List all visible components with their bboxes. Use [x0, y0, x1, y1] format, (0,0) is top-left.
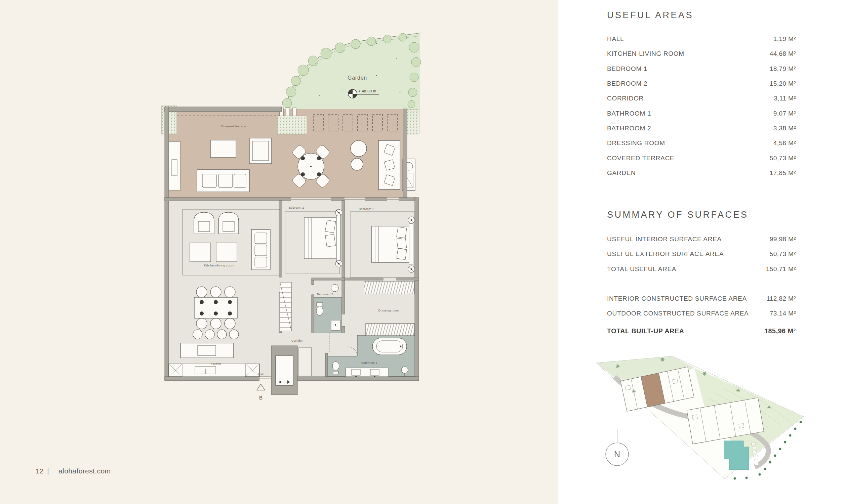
- level-label: + 48,00 m: [358, 89, 376, 93]
- table-row: GARDEN17,85 M²: [607, 166, 796, 180]
- row-value: 17,85 M²: [770, 169, 796, 177]
- hall-label: Hall: [258, 373, 264, 376]
- page-footer: 12 | alohaforest.com: [36, 467, 110, 475]
- page-number: 12: [36, 467, 44, 475]
- row-label: USEFUL EXTERIOR SURFACE AREA: [607, 250, 724, 258]
- row-label: CORRIDOR: [607, 95, 644, 102]
- row-label: BATHROOM 2: [607, 125, 651, 132]
- terrace-lounge-sofa: [378, 141, 400, 190]
- row-label: OUTDOOR CONSTRUCTED SURFACE AREA: [607, 310, 748, 317]
- linen-closet: [280, 282, 292, 331]
- row-value: 1,19 M²: [773, 35, 796, 43]
- table-row: BEDROOM 215,20 M²: [607, 76, 796, 91]
- garden-label: Garden: [348, 75, 367, 80]
- bedroom2-label: Bedroom 2: [289, 206, 304, 209]
- table-row: USEFUL INTERIOR SURFACE AREA99,98 M²: [607, 232, 796, 247]
- table-row: BEDROOM 118,79 M²: [607, 61, 796, 76]
- row-label: KITCHEN-LIVING ROOM: [607, 50, 684, 57]
- row-value: 18,79 M²: [770, 65, 796, 73]
- table-row: INTERIOR CONSTRUCTED SURFACE AREA112,82 …: [607, 291, 796, 306]
- row-value: 99,98 M²: [770, 236, 796, 243]
- planter-center: [277, 116, 307, 134]
- terrace-sofa: [197, 170, 249, 192]
- planter-right: [407, 109, 419, 134]
- north-label: N: [614, 450, 620, 459]
- covered-terrace: Covered terrace: [161, 106, 419, 201]
- table-row: BATHROOM 19,07 M²: [607, 106, 796, 121]
- bedroom1-label: Bedroom 1: [359, 207, 374, 211]
- bed: [304, 215, 340, 261]
- kitchen-counter: [169, 364, 260, 377]
- row-label: TOTAL USEFUL AREA: [607, 266, 676, 273]
- garden-area: Garden + 48,00 m: [282, 33, 421, 109]
- dining-set: [194, 287, 237, 329]
- useful-areas-title: USEFUL AREAS: [607, 10, 693, 20]
- table-row: DRESSING ROOM4,56 M²: [607, 136, 796, 150]
- wardrobe: [366, 324, 415, 336]
- wall-light: [408, 266, 415, 272]
- double-vanity: [346, 368, 389, 377]
- terrace-pouf-small: [351, 158, 363, 170]
- row-label: COVERED TERRACE: [607, 155, 674, 162]
- floorplan: Garden + 48,00 m: [161, 29, 423, 405]
- row-label: GARDEN: [607, 169, 636, 177]
- wall-light: [335, 209, 342, 216]
- row-label: INTERIOR CONSTRUCTED SURFACE AREA: [607, 295, 747, 302]
- row-value: 15,20 M²: [770, 80, 796, 87]
- corridor-label: Corridor: [292, 339, 303, 342]
- row-value: 9,07 M²: [773, 110, 796, 117]
- toilet: [316, 303, 323, 316]
- table-row: OUTDOOR CONSTRUCTED SURFACE AREA73,14 M²: [607, 306, 796, 321]
- wardrobe: [364, 281, 415, 294]
- row-label: BEDROOM 1: [607, 65, 647, 73]
- table-row: BATHROOM 23,38 M²: [607, 121, 796, 136]
- fireplace: [169, 142, 180, 190]
- row-value: 50,73 M²: [770, 155, 796, 162]
- wall-light: [335, 260, 342, 267]
- bed: [371, 224, 413, 265]
- bathroom1-label: Bathroom 1: [361, 361, 377, 364]
- row-value: 73,14 M²: [770, 310, 796, 317]
- terrace-pouf-large: [351, 141, 367, 157]
- bathroom2-label: Bathroom 2: [317, 293, 333, 296]
- row-value: 112,82 M²: [766, 295, 796, 302]
- section-marker-label: B: [259, 395, 263, 400]
- row-value: 50,73 M²: [770, 250, 796, 258]
- shaft: [299, 348, 312, 376]
- elevator: [271, 346, 298, 395]
- table-row: USEFUL EXTERIOR SURFACE AREA50,73 M²: [607, 247, 796, 262]
- north-arrow: N: [602, 427, 633, 470]
- website-link[interactable]: alohaforest.com: [58, 467, 110, 475]
- table-row: KITCHEN-LIVING ROOM44,68 M²: [607, 47, 796, 61]
- row-label: DRESSING ROOM: [607, 140, 665, 147]
- row-label: USEFUL INTERIOR SURFACE AREA: [607, 236, 722, 243]
- row-value: 44,68 M²: [770, 50, 796, 57]
- covered-terrace-label: Covered terrace: [221, 124, 246, 128]
- table-row: TOTAL USEFUL AREA150,71 M²: [607, 262, 796, 276]
- side-table: [216, 243, 237, 262]
- row-label: BATHROOM 1: [607, 110, 651, 117]
- terrace-framed-table: [249, 138, 271, 164]
- row-label: HALL: [607, 35, 624, 43]
- summary-constructed-table: INTERIOR CONSTRUCTED SURFACE AREA112,82 …: [607, 291, 796, 321]
- row-value: 150,71 M²: [766, 266, 796, 273]
- row-value: 4,56 M²: [773, 140, 796, 147]
- kitchen-living-label: Kitchen-living room: [204, 264, 234, 267]
- table-row: COVERED TERRACE50,73 M²: [607, 150, 796, 165]
- useful-areas-table: HALL1,19 M² KITCHEN-LIVING ROOM44,68 M² …: [607, 32, 796, 180]
- total-label: TOTAL BUILT-UP AREA: [607, 327, 684, 335]
- info-panel: USEFUL AREAS HALL1,19 M² KITCHEN-LIVING …: [558, 0, 846, 504]
- table-row: CORRIDOR3,11 M²: [607, 91, 796, 106]
- footer-separator: |: [47, 467, 49, 475]
- side-table: [190, 243, 211, 262]
- total-built-up-row: TOTAL BUILT-UP AREA 185,96 M²: [607, 323, 796, 339]
- wall-light: [408, 217, 415, 223]
- terrace-coffee-table: [210, 140, 236, 158]
- row-value: 3,38 M²: [773, 125, 796, 132]
- summary-useful-table: USEFUL INTERIOR SURFACE AREA99,98 M² USE…: [607, 232, 796, 276]
- section-marker-b: B: [257, 384, 265, 400]
- summary-title: SUMMARY OF SURFACES: [607, 210, 748, 220]
- kitchen-label: Kitchen: [210, 362, 221, 365]
- brochure-page: Garden + 48,00 m: [0, 0, 846, 504]
- row-value: 3,11 M²: [774, 95, 796, 102]
